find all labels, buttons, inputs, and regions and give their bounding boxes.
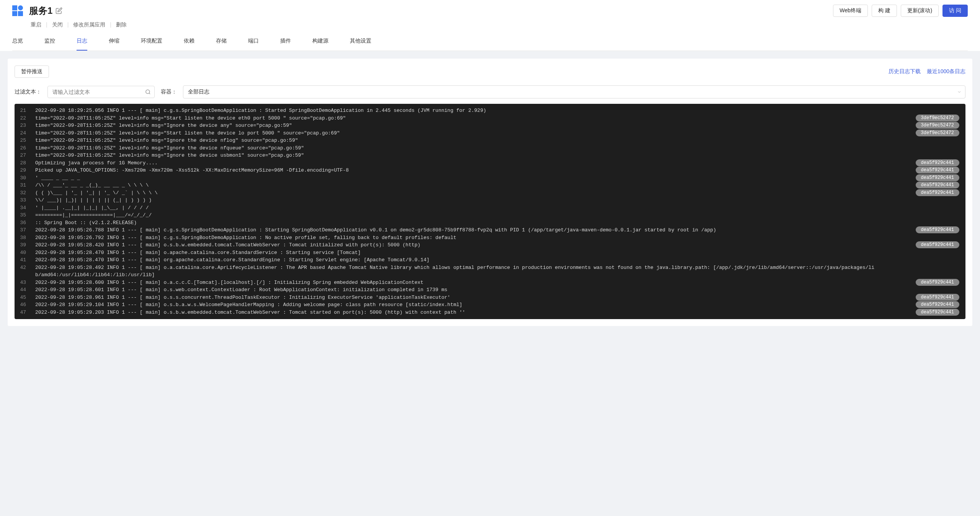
log-line-number: 28 xyxy=(15,159,35,167)
log-links: 历史日志下载 最近1000条日志 xyxy=(889,68,965,75)
tab-other-settings[interactable]: 其他设置 xyxy=(350,38,371,51)
build-button[interactable]: 构 建 xyxy=(872,5,897,17)
log-line-text: =========|_|==============|___/=/_/_/_/ xyxy=(35,211,959,219)
pause-push-button[interactable]: 暂停推送 xyxy=(15,66,49,78)
delete-action[interactable]: 删除 xyxy=(114,21,128,28)
log-line: 36:: Spring Boot :: (v2.1.2.RELEASE) xyxy=(15,219,965,227)
log-top-row: 暂停推送 历史日志下载 最近1000条日志 xyxy=(15,66,965,78)
recent-1000-link[interactable]: 最近1000条日志 xyxy=(927,68,965,75)
filter-row: 过滤文本： 容器： 全部日志 xyxy=(15,85,965,98)
log-line-text: 2022-09-28 18:29:25.056 INFO 1 --- [ mai… xyxy=(35,107,959,115)
search-icon[interactable] xyxy=(145,89,151,95)
log-line: 29Picked up JAVA_TOOL_OPTIONS: -Xms720m … xyxy=(15,167,965,174)
log-line-text: /\\ / ___'_ __ _ _(_)_ __ __ _ \ \ \ \ xyxy=(35,182,959,189)
log-line-number: 36 xyxy=(15,219,35,227)
log-line-text: 2022-09-28 19:05:29.104 INFO 1 --- [ mai… xyxy=(35,301,959,309)
log-line: 32( ( )\___ | '_ | '_| | '_ \/ _` | \ \ … xyxy=(15,189,965,197)
log-line-text: time="2022-09-28T11:05:25Z" level=info m… xyxy=(35,122,959,129)
log-line: 422022-09-28 19:05:28.492 INFO 1 --- [ m… xyxy=(15,264,965,279)
log-line: 35=========|_|==============|___/=/_/_/_… xyxy=(15,211,965,219)
log-line-number: 22 xyxy=(15,115,35,122)
log-line-tag: 3def9ec52472 xyxy=(916,129,959,136)
log-panel-container: 暂停推送 历史日志下载 最近1000条日志 过滤文本： 容器： 全部日志 xyxy=(8,59,972,326)
tab-dependency[interactable]: 依赖 xyxy=(184,38,194,51)
log-line-text: 2022-09-28 19:05:28.470 INFO 1 --- [ mai… xyxy=(35,249,959,257)
log-line-text: ( ( )\___ | '_ | '_| | '_ \/ _` | \ \ \ … xyxy=(35,189,959,197)
app-logo xyxy=(12,5,23,16)
restart-action[interactable]: 重启 xyxy=(29,21,43,28)
sub-actions: 重启 | 关闭 | 修改所属应用 | 删除 xyxy=(29,21,968,28)
log-line: 24time="2022-09-28T11:05:25Z" level=info… xyxy=(15,129,965,137)
log-line-text: \\/ ___)| |_)| | | | | || (_| | ) ) ) ) xyxy=(35,197,959,204)
log-line: 28Optimizing java process for 1G Memory.… xyxy=(15,159,965,167)
container-select[interactable]: 全部日志 xyxy=(183,85,965,98)
header-actions: Web终端 构 建 更新(滚动) 访 问 xyxy=(833,5,968,17)
log-line-number: 33 xyxy=(15,197,35,204)
log-line-text: time="2022-09-28T11:05:25Z" level=info m… xyxy=(35,152,959,159)
tab-plugin[interactable]: 插件 xyxy=(280,38,291,51)
log-line: 33\\/ ___)| |_)| | | | | || (_| | ) ) ) … xyxy=(15,197,965,204)
svg-point-0 xyxy=(146,90,150,93)
tab-scaling[interactable]: 伸缩 xyxy=(109,38,119,51)
log-line-text: 2022-09-28 19:05:26.788 INFO 1 --- [ mai… xyxy=(35,226,959,234)
header-top: 服务1 Web终端 构 建 更新(滚动) 访 问 xyxy=(12,5,968,17)
log-line-number: 40 xyxy=(15,249,35,257)
update-scroll-button[interactable]: 更新(滚动) xyxy=(901,5,939,17)
tab-overview[interactable]: 总览 xyxy=(12,38,23,51)
container-label: 容器： xyxy=(161,88,177,95)
log-line-number: 24 xyxy=(15,129,35,137)
log-line-text: ' ____ _ __ _ _ xyxy=(35,174,959,182)
tab-monitoring[interactable]: 监控 xyxy=(44,38,55,51)
log-line-number: 38 xyxy=(15,234,35,242)
log-line: 412022-09-28 19:05:28.470 INFO 1 --- [ m… xyxy=(15,256,965,264)
history-download-link[interactable]: 历史日志下载 xyxy=(889,68,921,75)
tab-env-config[interactable]: 环境配置 xyxy=(141,38,162,51)
tabs: 总览 监控 日志 伸缩 环境配置 依赖 存储 端口 插件 构建源 其他设置 xyxy=(12,38,968,51)
log-line-number: 25 xyxy=(15,137,35,144)
log-line-tag: dea5f929c441 xyxy=(916,226,959,233)
log-line: 392022-09-28 19:05:28.420 INFO 1 --- [ m… xyxy=(15,241,965,249)
log-line: 27time="2022-09-28T11:05:25Z" level=info… xyxy=(15,152,965,159)
app-header: 服务1 Web终端 构 建 更新(滚动) 访 问 重启 | 关闭 | 修改所属应… xyxy=(0,0,980,51)
log-line-number: 34 xyxy=(15,204,35,212)
log-line-number: 45 xyxy=(15,294,35,301)
log-line-text: time="2022-09-28T11:05:25Z" level=info m… xyxy=(35,144,959,152)
tab-build-source[interactable]: 构建源 xyxy=(312,38,328,51)
log-line: 22time="2022-09-28T11:05:25Z" level=info… xyxy=(15,115,965,122)
edit-icon[interactable] xyxy=(56,7,62,14)
log-line-text: time="2022-09-28T11:05:25Z" level=info m… xyxy=(35,129,959,137)
log-line-text: ' |____| .__|_| |_|_| |_\__, | / / / / xyxy=(35,204,959,212)
log-line-number: 21 xyxy=(15,107,35,115)
page-title: 服务1 xyxy=(29,5,52,17)
log-line: 402022-09-28 19:05:28.470 INFO 1 --- [ m… xyxy=(15,249,965,257)
log-line-tag: dea5f929c441 xyxy=(916,159,959,166)
log-line-text: time="2022-09-28T11:05:25Z" level=info m… xyxy=(35,115,959,122)
log-line: 34' |____| .__|_| |_|_| |_\__, | / / / / xyxy=(15,204,965,212)
log-line: 26time="2022-09-28T11:05:25Z" level=info… xyxy=(15,144,965,152)
title-row: 服务1 xyxy=(29,5,62,17)
chevron-down-icon xyxy=(957,90,962,94)
log-line: 452022-09-28 19:05:28.961 INFO 1 --- [ m… xyxy=(15,294,965,301)
log-line-number: 30 xyxy=(15,174,35,182)
log-line-text: 2022-09-28 19:05:28.961 INFO 1 --- [ mai… xyxy=(35,294,959,301)
log-line-number: 42 xyxy=(15,264,35,272)
filter-text-input[interactable] xyxy=(47,86,155,98)
log-line-text: 2022-09-28 19:05:29.203 INFO 1 --- [ mai… xyxy=(35,309,959,316)
log-line-tag: dea5f929c441 xyxy=(916,279,959,286)
log-line-text: 2022-09-28 19:05:26.792 INFO 1 --- [ mai… xyxy=(35,234,959,242)
log-line-tag: dea5f929c441 xyxy=(916,309,959,316)
log-line: 31/\\ / ___'_ __ _ _(_)_ __ __ _ \ \ \ \… xyxy=(15,182,965,189)
tab-logs[interactable]: 日志 xyxy=(77,38,87,51)
tab-port[interactable]: 端口 xyxy=(248,38,259,51)
modify-app-action[interactable]: 修改所属应用 xyxy=(72,21,107,28)
content: 暂停推送 历史日志下载 最近1000条日志 过滤文本： 容器： 全部日志 xyxy=(0,51,980,334)
log-line-number: 44 xyxy=(15,286,35,294)
web-terminal-button[interactable]: Web终端 xyxy=(833,5,868,17)
log-output[interactable]: 212022-09-28 18:29:25.056 INFO 1 --- [ m… xyxy=(15,104,965,319)
log-line-text: 2022-09-28 19:05:28.420 INFO 1 --- [ mai… xyxy=(35,241,959,249)
close-action[interactable]: 关闭 xyxy=(51,21,64,28)
log-line: 372022-09-28 19:05:26.788 INFO 1 --- [ m… xyxy=(15,226,965,234)
visit-button[interactable]: 访 问 xyxy=(942,5,968,17)
tab-storage[interactable]: 存储 xyxy=(216,38,227,51)
log-line-text: Picked up JAVA_TOOL_OPTIONS: -Xms720m -X… xyxy=(35,167,959,174)
